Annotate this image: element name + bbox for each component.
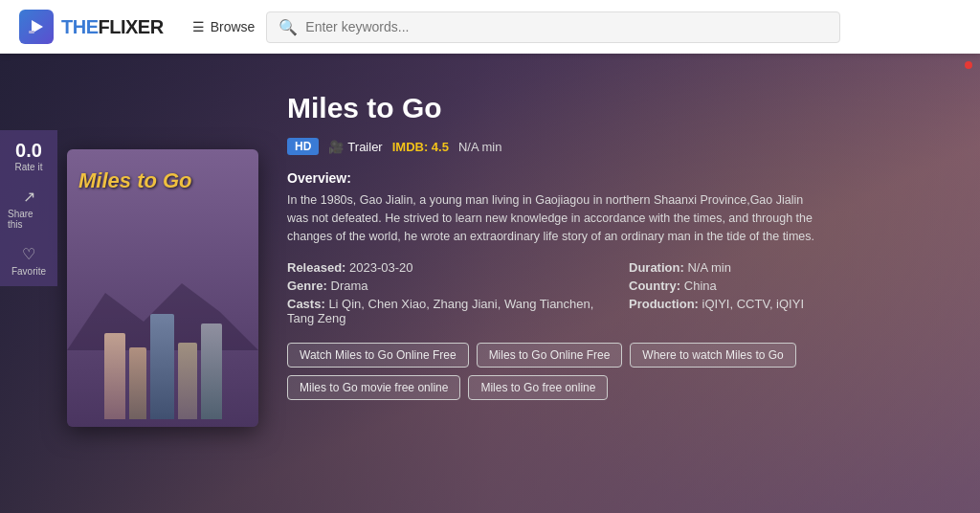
search-icon: 🔍 [278,18,298,36]
imdb-badge: IMDB: 4.5 [392,140,449,154]
overview-text: In the 1980s, Gao Jialin, a young man li… [287,191,823,245]
content-area: Miles to Go Miles to Go HD [0,54,980,513]
search-bar[interactable]: 🔍 [266,11,840,43]
browse-nav[interactable]: ☰ Browse [192,19,256,34]
svg-rect-1 [29,31,34,33]
overview-label: Overview: [287,170,951,186]
browse-label: Browse [211,19,256,34]
header: THEFLIXER ☰ Browse 🔍 [0,0,980,54]
meta-grid: Released: 2023-03-20 Duration: N/A min G… [287,260,951,325]
share-button[interactable]: ↗ Share this [8,188,50,230]
hd-badge: HD [287,138,319,155]
search-input[interactable] [305,19,828,34]
genre-meta: Genre: Drama [287,279,610,293]
country-meta: Country: China [629,279,951,293]
notification-dot [965,61,972,69]
logo[interactable]: THEFLIXER [19,10,164,44]
poster-wrapper: Miles to Go [67,149,258,427]
tag-button[interactable]: Watch Miles to Go Online Free [287,343,469,368]
poster-title: Miles to Go [78,168,192,193]
main-content: 0.0 Rate it ↗ Share this ♡ Favorite Mile… [0,54,980,513]
logo-icon [19,10,54,44]
poster-people [67,314,258,427]
duration-badge: N/A min [458,140,502,154]
tag-button[interactable]: Miles to Go Online Free [477,343,623,368]
movie-info: Miles to Go HD 🎥 Trailer IMDB: 4.5 N/A m… [287,82,951,494]
rating-sidebar: 0.0 Rate it ↗ Share this ♡ Favorite [0,130,57,286]
movie-title: Miles to Go [287,92,951,124]
trailer-badge[interactable]: 🎥 Trailer [328,140,382,154]
production-meta: Production: iQIYI, CCTV, iQIYI [629,297,951,325]
badges-row: HD 🎥 Trailer IMDB: 4.5 N/A min [287,138,951,155]
rating-score: 0.0 Rate it [15,140,43,172]
tag-button[interactable]: Miles to Go movie free online [287,375,460,400]
hamburger-icon: ☰ [192,19,205,34]
tag-button[interactable]: Where to watch Miles to Go [630,343,795,368]
movie-poster: Miles to Go [67,149,258,427]
duration-meta: Duration: N/A min [629,260,951,275]
logo-text: THEFLIXER [61,16,164,38]
tags-row: Watch Miles to Go Online FreeMiles to Go… [287,343,951,400]
casts-meta: Casts: Li Qin, Chen Xiao, Zhang Jiani, W… [287,297,610,325]
camera-icon: 🎥 [328,140,344,154]
released-meta: Released: 2023-03-20 [287,260,610,275]
favorite-button[interactable]: ♡ Favorite [11,245,46,277]
tag-button[interactable]: Miles to Go free online [468,375,608,400]
